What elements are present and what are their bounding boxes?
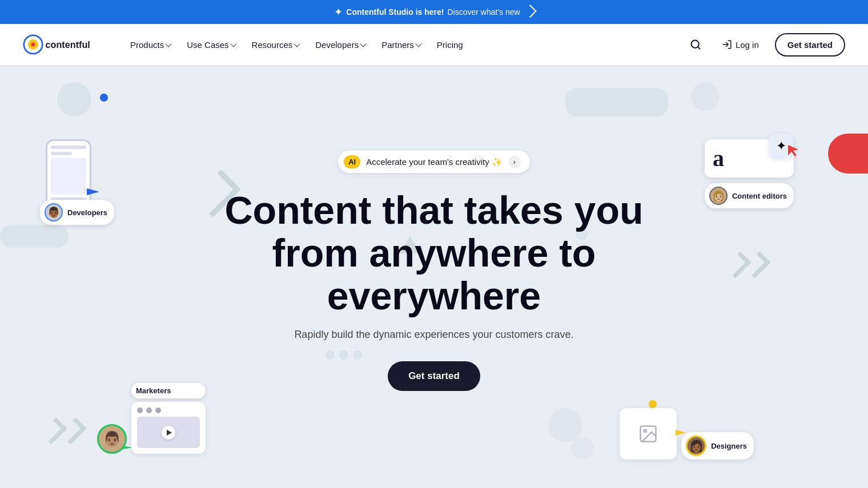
image-card-container xyxy=(620,408,677,459)
designers-float: 👩🏾 Designers xyxy=(620,408,754,459)
marketers-float: 👨🏽 Marketers xyxy=(97,383,206,454)
phone-mockup xyxy=(46,139,91,213)
announcement-link[interactable]: Discover what's new xyxy=(447,7,533,17)
video-card-dots xyxy=(137,408,200,413)
editor-avatar: 👩🏼 xyxy=(709,187,728,205)
red-cursor xyxy=(787,144,801,160)
designers-badge: 👩🏾 Designers xyxy=(681,432,754,459)
ai-pill-arrow: › xyxy=(508,156,521,168)
designer-badge-container: 👩🏾 Designers xyxy=(681,432,754,459)
svg-point-10 xyxy=(644,430,647,433)
deco-blue-dot xyxy=(100,94,108,102)
nav-logo[interactable]: contentful xyxy=(23,34,105,55)
svg-marker-11 xyxy=(676,430,686,435)
nav-item-resources[interactable]: Resources xyxy=(245,35,307,54)
designer-avatar: 👩🏾 xyxy=(686,435,706,456)
letter-a: a xyxy=(713,145,724,172)
use-cases-chevron xyxy=(230,41,236,47)
svg-line-5 xyxy=(698,47,700,49)
nav-item-pricing[interactable]: Pricing xyxy=(430,35,470,54)
ai-pill-text: Accelerate your team's creativity ✨ xyxy=(366,157,503,167)
content-editors-badge: 👩🏼 Content editors xyxy=(705,183,794,208)
marketer-avatar: 👨🏽 xyxy=(97,424,127,454)
deco-circle-tr2 xyxy=(691,82,720,111)
deco-red-semicircle xyxy=(828,134,868,174)
svg-marker-7 xyxy=(788,145,798,156)
deco-chevrons-bottom-left xyxy=(46,420,81,442)
hero-section: 👨🏾 Developers ✦ a xyxy=(0,65,868,488)
video-thumbnail xyxy=(137,417,200,448)
svg-marker-6 xyxy=(87,188,99,195)
image-card xyxy=(620,408,677,459)
resources-chevron xyxy=(294,41,300,47)
deco-pill-tr xyxy=(565,88,668,116)
announcement-bar: ✦ Contentful Studio is here! Discover wh… xyxy=(0,0,868,24)
deco-circle-br xyxy=(548,408,582,442)
image-icon xyxy=(638,424,658,444)
deco-small-circle-4 xyxy=(353,350,362,360)
marketer-arrow xyxy=(122,441,135,456)
deco-circle-br2 xyxy=(571,437,594,459)
ai-pill[interactable]: AI Accelerate your team's creativity ✨ › xyxy=(338,151,530,173)
developers-chevron xyxy=(360,41,366,47)
video-card-container: Marketers xyxy=(131,383,206,454)
nav-item-partners[interactable]: Partners xyxy=(375,35,428,54)
phone-arrow xyxy=(87,184,103,202)
deco-pill-left xyxy=(0,225,69,248)
svg-rect-9 xyxy=(641,426,656,442)
partners-chevron xyxy=(415,41,421,47)
svg-point-2 xyxy=(31,42,35,46)
video-card xyxy=(131,402,206,454)
play-triangle-icon xyxy=(167,430,172,435)
login-button[interactable]: Log in xyxy=(713,35,768,54)
designer-arrow xyxy=(676,426,688,441)
nav-links: Products Use Cases Resources Developers … xyxy=(123,35,685,54)
deco-circle-tl xyxy=(57,82,91,116)
svg-marker-8 xyxy=(122,446,132,449)
navbar: contentful Products Use Cases Resources … xyxy=(0,24,868,65)
studio-icon: ✦ xyxy=(334,6,343,18)
deco-small-circle-3 xyxy=(339,350,348,360)
svg-text:contentful: contentful xyxy=(46,39,90,50)
content-editors-float: ✦ a 👩🏼 Content editors xyxy=(705,128,794,208)
developer-avatar: 👨🏾 xyxy=(45,203,63,221)
announcement-bold: Contentful Studio is here! xyxy=(346,7,444,17)
developers-float: 👨🏾 Developers xyxy=(46,139,91,213)
developers-badge: 👨🏾 Developers xyxy=(40,200,114,225)
search-button[interactable] xyxy=(685,34,706,55)
nav-actions: Log in Get started xyxy=(685,33,845,57)
deco-small-circle-2 xyxy=(326,350,335,360)
ai-badge: AI xyxy=(344,155,360,168)
nav-item-use-cases[interactable]: Use Cases xyxy=(180,35,242,54)
play-button xyxy=(162,426,175,439)
announcement-chevron xyxy=(524,5,537,18)
deco-chevrons-right xyxy=(730,253,765,276)
nav-item-developers[interactable]: Developers xyxy=(308,35,372,54)
products-chevron xyxy=(166,41,172,47)
hero-cta-button[interactable]: Get started xyxy=(388,361,480,391)
hero-title: Content that takes you from anywhere to … xyxy=(225,189,644,317)
hero-subtitle: Rapidly build the dynamic experiences yo… xyxy=(294,329,573,341)
get-started-nav-button[interactable]: Get started xyxy=(775,33,845,57)
ai-sparkle-card: ✦ xyxy=(769,134,794,159)
deco-yellow-dot xyxy=(649,400,657,408)
marketer-avatar-container: 👨🏽 xyxy=(97,424,127,454)
nav-item-products[interactable]: Products xyxy=(123,35,178,54)
marketers-badge: Marketers xyxy=(131,383,206,398)
text-editor-card: a xyxy=(705,139,794,178)
